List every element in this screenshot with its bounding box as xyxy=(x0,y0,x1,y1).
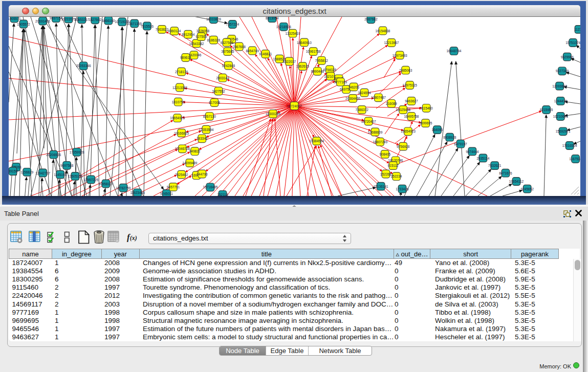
svg-text:164095: 164095 xyxy=(432,128,443,132)
svg-text:9227349: 9227349 xyxy=(556,69,569,73)
svg-text:7955812: 7955812 xyxy=(315,59,329,62)
svg-text:9360124: 9360124 xyxy=(168,29,181,33)
svg-text:152118: 152118 xyxy=(217,193,228,196)
svg-text:16033809: 16033809 xyxy=(206,17,221,21)
svg-text:9245652: 9245652 xyxy=(521,187,534,191)
svg-text:15751074: 15751074 xyxy=(565,41,580,45)
svg-text:9115460: 9115460 xyxy=(420,106,433,110)
svg-text:18807249: 18807249 xyxy=(373,140,387,144)
svg-text:9474444: 9474444 xyxy=(466,150,479,154)
svg-text:15716485: 15716485 xyxy=(203,185,217,189)
svg-text:949822: 949822 xyxy=(189,149,201,153)
svg-text:10853267: 10853267 xyxy=(74,18,89,21)
svg-text:6479197: 6479197 xyxy=(454,142,467,146)
svg-text:18724007: 18724007 xyxy=(287,104,302,108)
svg-text:9146821: 9146821 xyxy=(259,52,272,56)
svg-text:8322037: 8322037 xyxy=(283,60,296,63)
svg-text:12942737: 12942737 xyxy=(35,171,50,175)
svg-text:9777169: 9777169 xyxy=(334,80,347,84)
svg-text:746206: 746206 xyxy=(348,85,359,89)
svg-text:19654923: 19654923 xyxy=(401,129,416,133)
svg-text:915112: 915112 xyxy=(387,164,399,167)
svg-text:1362615: 1362615 xyxy=(296,64,310,68)
svg-text:39159: 39159 xyxy=(9,169,18,173)
svg-text:10046728: 10046728 xyxy=(175,147,190,150)
svg-text:9329966: 9329966 xyxy=(561,55,574,59)
svg-text:8813054: 8813054 xyxy=(266,17,279,20)
svg-text:10961758: 10961758 xyxy=(306,50,321,53)
svg-text:908405: 908405 xyxy=(379,152,390,156)
svg-text:9756928: 9756928 xyxy=(397,145,410,148)
svg-text:927505: 927505 xyxy=(195,35,207,38)
svg-text:1905572: 1905572 xyxy=(17,23,30,26)
svg-text:1156829: 1156829 xyxy=(20,170,33,174)
svg-text:252234: 252234 xyxy=(391,174,402,178)
svg-text:11923446: 11923446 xyxy=(130,191,145,194)
svg-text:8938928: 8938928 xyxy=(443,136,456,139)
svg-text:8186328: 8186328 xyxy=(207,38,221,42)
svg-text:1244415: 1244415 xyxy=(554,99,568,103)
svg-text:1145194: 1145194 xyxy=(54,173,67,177)
svg-text:20206536: 20206536 xyxy=(46,153,61,157)
svg-text:8912954: 8912954 xyxy=(182,33,195,36)
svg-text:8215955: 8215955 xyxy=(540,108,553,112)
svg-text:1733426: 1733426 xyxy=(396,187,409,191)
svg-text:7485063: 7485063 xyxy=(399,69,412,72)
svg-text:13325419: 13325419 xyxy=(286,32,300,35)
svg-text:10025438: 10025438 xyxy=(396,108,410,112)
svg-text:2087682: 2087682 xyxy=(364,17,378,21)
svg-text:16782759: 16782759 xyxy=(116,186,131,190)
svg-text:3226058: 3226058 xyxy=(197,29,210,33)
svg-text:3824554: 3824554 xyxy=(358,91,371,95)
svg-text:10958107: 10958107 xyxy=(98,182,113,186)
svg-text:19218506: 19218506 xyxy=(276,25,291,29)
svg-text:10688609: 10688609 xyxy=(368,130,383,134)
svg-text:9463627: 9463627 xyxy=(405,99,418,103)
svg-text:989612: 989612 xyxy=(180,56,191,59)
svg-text:8990448: 8990448 xyxy=(311,70,324,73)
svg-text:216089: 216089 xyxy=(386,102,397,105)
svg-text:1527602: 1527602 xyxy=(89,18,102,21)
svg-text:16543382: 16543382 xyxy=(189,42,204,46)
svg-text:12213383: 12213383 xyxy=(172,86,187,90)
svg-text:7625402: 7625402 xyxy=(175,173,188,177)
svg-text:19166825: 19166825 xyxy=(174,132,189,135)
svg-text:20053346: 20053346 xyxy=(76,64,91,68)
svg-text:13505155: 13505155 xyxy=(68,174,82,178)
svg-text:12975115: 12975115 xyxy=(402,83,417,87)
svg-text:11217: 11217 xyxy=(574,28,580,31)
svg-text:16648784: 16648784 xyxy=(446,49,461,53)
svg-text:7515526: 7515526 xyxy=(141,25,154,28)
svg-text:12213967: 12213967 xyxy=(384,41,399,45)
svg-text:9097588: 9097588 xyxy=(60,164,74,167)
svg-text:12093822: 12093822 xyxy=(552,84,567,88)
svg-text:2367608: 2367608 xyxy=(233,45,246,49)
svg-text:6466160: 6466160 xyxy=(102,19,115,23)
svg-text:14099489: 14099489 xyxy=(182,161,197,165)
svg-text:3427552: 3427552 xyxy=(212,90,225,93)
svg-text:15136141: 15136141 xyxy=(374,185,388,188)
svg-text:19654925: 19654925 xyxy=(170,116,185,120)
svg-text:7632621: 7632621 xyxy=(488,164,502,167)
svg-text:9245011: 9245011 xyxy=(160,192,173,195)
svg-text:9699695: 9699695 xyxy=(419,121,432,125)
svg-text:8454749: 8454749 xyxy=(246,49,259,53)
svg-text:17359928: 17359928 xyxy=(70,150,84,154)
svg-text:2803144: 2803144 xyxy=(216,76,229,80)
svg-text:8267130: 8267130 xyxy=(203,115,216,118)
svg-text:15720407: 15720407 xyxy=(361,120,376,123)
svg-text:3675685: 3675685 xyxy=(221,50,234,53)
svg-text:16154838: 16154838 xyxy=(376,29,390,33)
svg-text:7357224: 7357224 xyxy=(226,23,239,26)
svg-text:10973493: 10973493 xyxy=(393,54,407,57)
svg-text:20691406: 20691406 xyxy=(35,19,50,23)
svg-text:10654112: 10654112 xyxy=(509,180,524,183)
svg-text:16495758: 16495758 xyxy=(404,115,419,118)
svg-text:7386372: 7386372 xyxy=(356,108,369,112)
svg-text:17016504: 17016504 xyxy=(562,144,577,147)
svg-text:1167534: 1167534 xyxy=(569,157,580,161)
svg-text:12353594: 12353594 xyxy=(199,128,213,132)
svg-text:1810755: 1810755 xyxy=(172,100,185,104)
svg-text:2718176: 2718176 xyxy=(175,70,188,74)
svg-text:16210643: 16210643 xyxy=(553,115,568,118)
